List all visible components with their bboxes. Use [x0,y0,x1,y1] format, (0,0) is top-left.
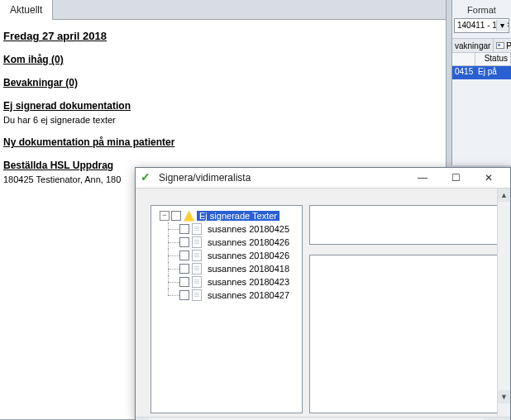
tree-item-label: susannes 20180423 [205,277,292,287]
checkmark-icon: ✓ [141,171,154,184]
watches-heading[interactable]: Bevakningar (0) [3,77,442,88]
tree-item[interactable]: susannes 20180425 [153,222,300,236]
checkbox[interactable] [179,264,189,274]
tree-item[interactable]: susannes 20180426 [153,249,300,262]
newdocs-heading[interactable]: Ny dokumentation på mina patienter [3,136,442,148]
expand-toggle[interactable]: − [160,211,170,221]
cell-status: Ej på [475,66,511,79]
main-content: Fredag 27 april 2018 Kom ihåg (0) Bevakn… [0,20,446,188]
maximize-button[interactable]: ☐ [439,168,472,188]
right-side-panel: Format 140411 - 140419 ▾ vakningar Pers … [451,0,511,165]
tree: − Ej signerade Texter susannes 20180425s… [151,206,302,305]
subtab-pers-label: Pers [506,41,511,50]
checkbox[interactable] [179,290,189,300]
checkbox[interactable] [179,224,189,234]
titlebar[interactable]: ✓ Signera/vidimeralista — ☐ ✕ [136,168,510,189]
close-button[interactable]: ✕ [472,168,505,188]
dialog-client: − Ej signerade Texter susannes 20180425s… [136,189,510,420]
tree-item-label: susannes 20180426 [205,237,292,247]
tree-view[interactable]: − Ej signerade Texter susannes 20180425s… [150,205,303,413]
tab-aktuellt[interactable]: Aktuellt [0,0,53,20]
tree-connector [165,289,179,302]
col-status[interactable]: Status [475,53,511,65]
checkbox[interactable] [179,277,189,287]
document-icon [192,250,202,261]
vertical-scrollbar[interactable]: ▲ ▼ [497,189,510,417]
scroll-down-button[interactable]: ▼ [498,390,510,403]
tree-connector [165,236,179,249]
tabstrip: Aktuellt [0,0,446,20]
chevron-down-icon: ▾ [496,20,508,31]
subtabstrip: vakningar Pers [452,38,511,53]
checkbox[interactable] [179,251,189,260]
card-icon [496,42,504,49]
checkbox[interactable] [179,237,189,247]
scroll-up-button[interactable]: ▲ [498,189,510,202]
tree-connector [165,222,179,236]
tree-item-label: susannes 20180426 [205,251,292,260]
subtab-bevakningar[interactable]: vakningar [452,39,494,52]
tree-item[interactable]: susannes 20180418 [153,262,300,275]
checkbox[interactable] [171,211,181,221]
col-date[interactable] [452,53,475,65]
grid-row-selected[interactable]: 0415 Ej på [452,66,511,79]
dialog-title: Signera/vidimeralista [159,172,406,184]
tree-root-row[interactable]: − Ej signerade Texter [153,209,300,222]
preview-large-box [309,255,502,413]
cell-date: 0415 [452,66,475,79]
subtab-pers[interactable]: Pers [494,39,511,52]
document-icon [192,223,202,235]
tree-item[interactable]: susannes 20180426 [153,236,300,249]
tree-connector [165,249,179,262]
tree-item[interactable]: susannes 20180423 [153,275,300,289]
date-range-dropdown[interactable]: 140411 - 140419 ▾ [454,18,509,33]
tree-connector [165,275,179,289]
document-icon [192,236,202,248]
sign-list-dialog: ✓ Signera/vidimeralista — ☐ ✕ − Ej signe… [135,167,511,420]
document-icon [192,276,202,288]
tree-item-label: susannes 20180427 [205,290,292,300]
date-heading: Fredag 27 april 2018 [3,30,442,42]
format-label: Format [452,0,511,17]
dialog-body: − Ej signerade Texter susannes 20180425s… [136,189,510,417]
tree-connector [165,262,179,275]
unsigned-subtext: Du har 6 ej signerade texter [3,115,442,125]
preview-small-box [309,205,502,245]
tree-item-label: susannes 20180418 [205,264,292,274]
right-stack [309,205,504,413]
tree-item[interactable]: susannes 20180427 [153,289,300,302]
horizontal-scrollbar[interactable]: ◀ ▶ [136,417,510,420]
minimize-button[interactable]: — [406,168,439,188]
tree-item-label: susannes 20180425 [205,224,292,234]
remember-heading[interactable]: Kom ihåg (0) [3,54,442,65]
warning-icon [184,211,194,222]
tree-root-label: Ej signerade Texter [197,211,279,221]
document-icon [192,289,202,301]
unsigned-heading[interactable]: Ej signerad dokumentation [3,100,442,112]
document-icon [192,263,202,274]
grid-header: Status [452,53,511,66]
